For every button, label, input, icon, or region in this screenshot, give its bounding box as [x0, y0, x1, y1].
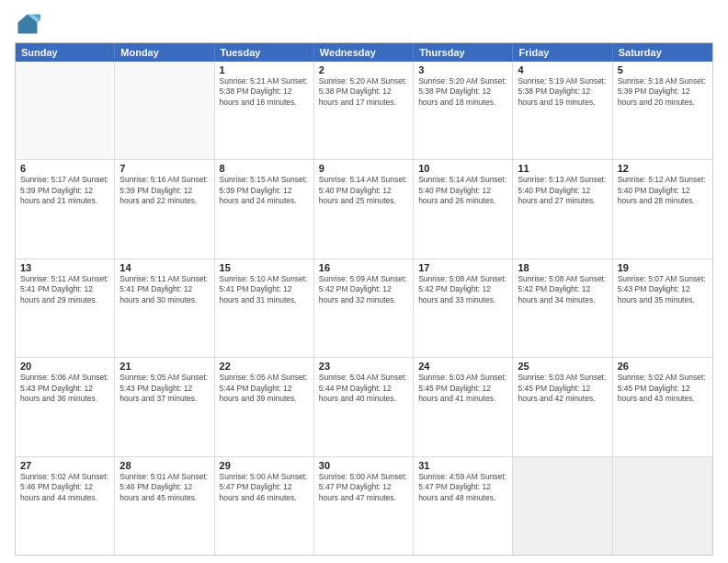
- day-number: 11: [518, 163, 607, 174]
- cal-cell: 12Sunrise: 5:12 AM Sunset: 5:40 PM Dayli…: [613, 160, 712, 258]
- day-number: 22: [220, 361, 309, 372]
- day-number: 14: [119, 262, 209, 273]
- day-number: 20: [20, 361, 109, 372]
- day-number: 6: [20, 163, 109, 174]
- cal-cell: 19Sunrise: 5:07 AM Sunset: 5:43 PM Dayli…: [613, 259, 712, 357]
- day-info: Sunrise: 4:59 AM Sunset: 5:47 PM Dayligh…: [418, 472, 507, 503]
- cal-cell: 22Sunrise: 5:05 AM Sunset: 5:44 PM Dayli…: [215, 358, 314, 455]
- logo: [15, 11, 44, 37]
- day-info: Sunrise: 5:18 AM Sunset: 5:39 PM Dayligh…: [618, 76, 708, 108]
- day-info: Sunrise: 5:07 AM Sunset: 5:43 PM Dayligh…: [618, 274, 708, 305]
- day-info: Sunrise: 5:12 AM Sunset: 5:40 PM Dayligh…: [618, 175, 708, 206]
- day-info: Sunrise: 5:19 AM Sunset: 5:38 PM Dayligh…: [518, 76, 607, 108]
- day-info: Sunrise: 5:21 AM Sunset: 5:38 PM Dayligh…: [220, 76, 309, 108]
- day-number: 5: [618, 64, 708, 75]
- day-info: Sunrise: 5:14 AM Sunset: 5:40 PM Dayligh…: [418, 175, 507, 206]
- cal-cell: 8Sunrise: 5:15 AM Sunset: 5:39 PM Daylig…: [215, 160, 314, 258]
- day-info: Sunrise: 5:08 AM Sunset: 5:42 PM Dayligh…: [518, 274, 607, 305]
- header: [15, 11, 713, 37]
- day-number: 8: [220, 163, 309, 174]
- cal-cell: 27Sunrise: 5:02 AM Sunset: 5:46 PM Dayli…: [16, 457, 115, 555]
- cal-cell: 4Sunrise: 5:19 AM Sunset: 5:38 PM Daylig…: [513, 62, 612, 159]
- cal-row-1: 1Sunrise: 5:21 AM Sunset: 5:38 PM Daylig…: [16, 62, 712, 159]
- day-number: 23: [319, 361, 408, 372]
- header-day-thursday: Thursday: [414, 43, 513, 62]
- day-info: Sunrise: 5:11 AM Sunset: 5:41 PM Dayligh…: [119, 274, 209, 305]
- day-number: 10: [418, 163, 507, 174]
- day-info: Sunrise: 5:02 AM Sunset: 5:46 PM Dayligh…: [20, 472, 109, 503]
- cal-cell: 21Sunrise: 5:05 AM Sunset: 5:43 PM Dayli…: [115, 358, 214, 455]
- calendar-body: 1Sunrise: 5:21 AM Sunset: 5:38 PM Daylig…: [16, 62, 712, 555]
- day-number: 30: [319, 460, 408, 471]
- cal-cell: [513, 457, 612, 555]
- cal-row-4: 20Sunrise: 5:06 AM Sunset: 5:43 PM Dayli…: [16, 357, 712, 455]
- header-day-saturday: Saturday: [613, 43, 712, 62]
- cal-cell: 6Sunrise: 5:17 AM Sunset: 5:39 PM Daylig…: [16, 160, 115, 258]
- cal-row-5: 27Sunrise: 5:02 AM Sunset: 5:46 PM Dayli…: [16, 456, 712, 555]
- day-number: 1: [220, 64, 309, 75]
- cal-cell: 30Sunrise: 5:00 AM Sunset: 5:47 PM Dayli…: [314, 457, 414, 555]
- day-number: 17: [418, 262, 507, 273]
- day-number: 24: [418, 361, 507, 372]
- day-info: Sunrise: 5:02 AM Sunset: 5:45 PM Dayligh…: [618, 373, 708, 404]
- day-info: Sunrise: 5:10 AM Sunset: 5:41 PM Dayligh…: [220, 274, 309, 305]
- cal-cell: 31Sunrise: 4:59 AM Sunset: 5:47 PM Dayli…: [414, 457, 513, 555]
- calendar-header: SundayMondayTuesdayWednesdayThursdayFrid…: [16, 43, 712, 62]
- day-info: Sunrise: 5:00 AM Sunset: 5:47 PM Dayligh…: [319, 472, 408, 503]
- day-number: 29: [220, 460, 309, 471]
- day-info: Sunrise: 5:11 AM Sunset: 5:41 PM Dayligh…: [20, 274, 109, 305]
- day-number: 26: [618, 361, 708, 372]
- header-day-sunday: Sunday: [16, 43, 115, 62]
- day-info: Sunrise: 5:04 AM Sunset: 5:44 PM Dayligh…: [319, 373, 408, 404]
- day-number: 12: [618, 163, 708, 174]
- day-number: 28: [119, 460, 209, 471]
- day-info: Sunrise: 5:05 AM Sunset: 5:43 PM Dayligh…: [119, 373, 209, 404]
- day-number: 2: [319, 64, 408, 75]
- cal-cell: 23Sunrise: 5:04 AM Sunset: 5:44 PM Dayli…: [314, 358, 414, 455]
- day-number: 21: [119, 361, 209, 372]
- day-info: Sunrise: 5:13 AM Sunset: 5:40 PM Dayligh…: [518, 175, 607, 206]
- cal-cell: [613, 457, 712, 555]
- logo-icon: [15, 11, 40, 37]
- cal-cell: 17Sunrise: 5:08 AM Sunset: 5:42 PM Dayli…: [414, 259, 513, 357]
- cal-cell: 24Sunrise: 5:03 AM Sunset: 5:45 PM Dayli…: [414, 358, 513, 455]
- day-number: 18: [518, 262, 607, 273]
- cal-cell: 29Sunrise: 5:00 AM Sunset: 5:47 PM Dayli…: [215, 457, 314, 555]
- cal-cell: [16, 62, 115, 159]
- day-number: 15: [220, 262, 309, 273]
- cal-cell: 10Sunrise: 5:14 AM Sunset: 5:40 PM Dayli…: [414, 160, 513, 258]
- cal-cell: 7Sunrise: 5:16 AM Sunset: 5:39 PM Daylig…: [115, 160, 214, 258]
- day-info: Sunrise: 5:01 AM Sunset: 5:46 PM Dayligh…: [119, 472, 209, 503]
- cal-cell: 15Sunrise: 5:10 AM Sunset: 5:41 PM Dayli…: [215, 259, 314, 357]
- day-number: 27: [20, 460, 109, 471]
- header-day-friday: Friday: [513, 43, 612, 62]
- cal-cell: 13Sunrise: 5:11 AM Sunset: 5:41 PM Dayli…: [16, 259, 115, 357]
- day-info: Sunrise: 5:05 AM Sunset: 5:44 PM Dayligh…: [220, 373, 309, 404]
- cal-row-3: 13Sunrise: 5:11 AM Sunset: 5:41 PM Dayli…: [16, 259, 712, 357]
- day-info: Sunrise: 5:06 AM Sunset: 5:43 PM Dayligh…: [20, 373, 109, 404]
- day-info: Sunrise: 5:09 AM Sunset: 5:42 PM Dayligh…: [319, 274, 408, 305]
- cal-cell: 9Sunrise: 5:14 AM Sunset: 5:40 PM Daylig…: [314, 160, 414, 258]
- day-info: Sunrise: 5:16 AM Sunset: 5:39 PM Dayligh…: [119, 175, 209, 206]
- day-number: 19: [618, 262, 708, 273]
- day-info: Sunrise: 5:03 AM Sunset: 5:45 PM Dayligh…: [418, 373, 507, 404]
- cal-cell: 3Sunrise: 5:20 AM Sunset: 5:38 PM Daylig…: [414, 62, 513, 159]
- day-info: Sunrise: 5:00 AM Sunset: 5:47 PM Dayligh…: [220, 472, 309, 503]
- cal-cell: 11Sunrise: 5:13 AM Sunset: 5:40 PM Dayli…: [513, 160, 612, 258]
- header-day-wednesday: Wednesday: [314, 43, 414, 62]
- cal-cell: 25Sunrise: 5:03 AM Sunset: 5:45 PM Dayli…: [513, 358, 612, 455]
- header-day-monday: Monday: [115, 43, 214, 62]
- cal-cell: 26Sunrise: 5:02 AM Sunset: 5:45 PM Dayli…: [613, 358, 712, 455]
- day-number: 25: [518, 361, 607, 372]
- header-day-tuesday: Tuesday: [215, 43, 314, 62]
- calendar: SundayMondayTuesdayWednesdayThursdayFrid…: [15, 42, 713, 556]
- day-info: Sunrise: 5:20 AM Sunset: 5:38 PM Dayligh…: [418, 76, 507, 108]
- day-number: 4: [518, 64, 607, 75]
- cal-cell: 16Sunrise: 5:09 AM Sunset: 5:42 PM Dayli…: [314, 259, 414, 357]
- day-info: Sunrise: 5:03 AM Sunset: 5:45 PM Dayligh…: [518, 373, 607, 404]
- day-info: Sunrise: 5:17 AM Sunset: 5:39 PM Dayligh…: [20, 175, 109, 206]
- cal-cell: 5Sunrise: 5:18 AM Sunset: 5:39 PM Daylig…: [613, 62, 712, 159]
- day-number: 9: [319, 163, 408, 174]
- cal-cell: 1Sunrise: 5:21 AM Sunset: 5:38 PM Daylig…: [215, 62, 314, 159]
- page: SundayMondayTuesdayWednesdayThursdayFrid…: [0, 0, 728, 563]
